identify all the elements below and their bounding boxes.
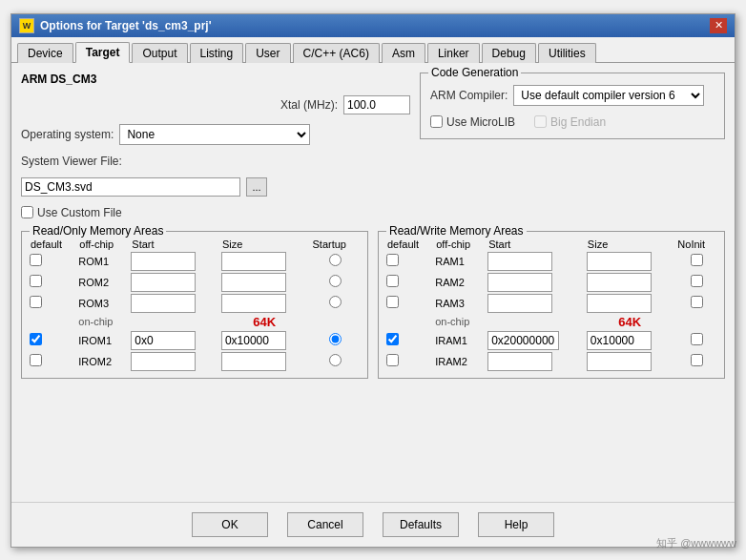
micro-row: Use MicroLIB Big Endian bbox=[430, 115, 715, 129]
rom1-label: ROM1 bbox=[78, 256, 109, 267]
rom1-start[interactable] bbox=[131, 252, 196, 271]
ram2-start[interactable] bbox=[487, 273, 552, 292]
ram2-size[interactable] bbox=[587, 273, 652, 292]
xtal-input[interactable] bbox=[343, 95, 410, 114]
rom3-startup-radio[interactable] bbox=[329, 296, 342, 308]
ram1-noinit-cb[interactable] bbox=[691, 254, 703, 266]
ram1-label: RAM1 bbox=[435, 256, 465, 267]
col-default-rw: default bbox=[384, 238, 433, 251]
rom2-start[interactable] bbox=[131, 273, 196, 292]
tab-target[interactable]: Target bbox=[75, 42, 131, 63]
tab-output[interactable]: Output bbox=[132, 43, 187, 63]
iram2-default-cb[interactable] bbox=[386, 354, 399, 366]
ram1-size[interactable] bbox=[587, 252, 652, 271]
table-row: IROM2 bbox=[28, 351, 362, 372]
rom3-size[interactable] bbox=[221, 294, 286, 313]
browse-button[interactable]: ... bbox=[246, 177, 267, 197]
ram3-start[interactable] bbox=[487, 294, 552, 313]
col-start-rw: Start bbox=[486, 238, 585, 251]
readwrite-title: Read/Write Memory Areas bbox=[386, 224, 527, 238]
ram3-default-cb[interactable] bbox=[386, 296, 399, 308]
irom1-default-cb[interactable] bbox=[30, 333, 42, 345]
readwrite-memory-group: Read/Write Memory Areas default off-chip… bbox=[378, 231, 725, 379]
rom2-label: ROM2 bbox=[78, 277, 109, 288]
arm-compiler-row: ARM Compiler: Use default compiler versi… bbox=[430, 85, 715, 106]
iram1-label: IRAM1 bbox=[435, 335, 467, 346]
svd-label-row: System Viewer File: bbox=[21, 155, 410, 168]
compiler-select[interactable]: Use default compiler version 6 Use defau… bbox=[513, 85, 704, 106]
rom3-default-cb[interactable] bbox=[30, 296, 42, 308]
iram2-noinit-cb[interactable] bbox=[691, 354, 703, 366]
table-row: ROM1 bbox=[28, 251, 362, 272]
rom2-startup-radio[interactable] bbox=[329, 275, 342, 287]
right-panel: Code Generation ARM Compiler: Use defaul… bbox=[420, 73, 725, 219]
rom1-default-cb[interactable] bbox=[30, 254, 42, 266]
rom3-start[interactable] bbox=[131, 294, 196, 313]
rom1-startup-radio[interactable] bbox=[329, 254, 342, 266]
os-select[interactable]: None bbox=[119, 124, 310, 145]
iram1-default-cb[interactable] bbox=[386, 333, 399, 345]
bigendian-checkbox[interactable] bbox=[534, 115, 547, 128]
readwrite-table: default off-chip Start Size NoInit RAM1 bbox=[384, 238, 718, 372]
title-bar-left: W Options for Target 'ds_cm3_prj' bbox=[19, 18, 212, 33]
col-size-ro: Size bbox=[219, 238, 310, 251]
tab-linker[interactable]: Linker bbox=[427, 43, 480, 63]
tab-debug[interactable]: Debug bbox=[482, 43, 536, 63]
custom-file-row: Use Custom File bbox=[21, 206, 410, 219]
table-row: IRAM2 bbox=[384, 351, 718, 372]
ram3-size[interactable] bbox=[587, 294, 652, 313]
irom1-size[interactable] bbox=[221, 331, 286, 350]
irom2-default-cb[interactable] bbox=[30, 354, 42, 366]
help-button[interactable]: Help bbox=[478, 512, 554, 537]
svd-input-row: ... bbox=[21, 177, 410, 197]
custom-file-label: Use Custom File bbox=[37, 206, 122, 219]
code-gen-group: Code Generation ARM Compiler: Use defaul… bbox=[420, 73, 725, 139]
close-button[interactable]: ✕ bbox=[710, 18, 727, 33]
code-gen-title: Code Generation bbox=[428, 66, 521, 79]
irom2-label: IROM2 bbox=[78, 356, 112, 367]
custom-file-checkbox[interactable] bbox=[21, 206, 33, 218]
tab-listing[interactable]: Listing bbox=[190, 43, 244, 63]
tab-cpp[interactable]: C/C++ (AC6) bbox=[293, 43, 380, 63]
defaults-button[interactable]: Defaults bbox=[383, 512, 459, 537]
tab-device[interactable]: Device bbox=[17, 43, 73, 63]
title-bar: W Options for Target 'ds_cm3_prj' ✕ bbox=[11, 14, 735, 37]
tab-bar: Device Target Output Listing User C/C++ … bbox=[11, 37, 735, 63]
irom1-start[interactable] bbox=[131, 331, 196, 350]
svd-input[interactable] bbox=[21, 177, 240, 197]
watermark: 知乎 @wwwwww bbox=[656, 536, 736, 550]
ram2-default-cb[interactable] bbox=[386, 275, 399, 287]
os-label: Operating system: bbox=[21, 128, 114, 141]
rom2-size[interactable] bbox=[221, 273, 286, 292]
cancel-button[interactable]: Cancel bbox=[287, 512, 363, 537]
onchip-header-row-rw: on-chip 64K bbox=[384, 314, 718, 330]
iram1-start[interactable] bbox=[487, 331, 559, 350]
rom2-default-cb[interactable] bbox=[30, 275, 42, 287]
irom1-startup-radio[interactable] bbox=[329, 333, 342, 345]
os-row: Operating system: None bbox=[21, 124, 410, 145]
tab-asm[interactable]: Asm bbox=[382, 43, 425, 63]
onchip-label-rw: on-chip bbox=[433, 314, 486, 330]
ram1-start[interactable] bbox=[487, 252, 552, 271]
iram2-start[interactable] bbox=[487, 352, 552, 371]
tab-utilities[interactable]: Utilities bbox=[538, 43, 596, 63]
ram2-noinit-cb[interactable] bbox=[691, 275, 703, 287]
iram1-size[interactable] bbox=[587, 331, 652, 350]
options-dialog: W Options for Target 'ds_cm3_prj' ✕ Devi… bbox=[10, 13, 736, 548]
ok-button[interactable]: OK bbox=[192, 512, 268, 537]
microlib-checkbox[interactable] bbox=[430, 115, 443, 128]
app-icon: W bbox=[19, 18, 34, 33]
readonly-memory-group: Read/Only Memory Areas default off-chip … bbox=[21, 231, 368, 379]
table-row: RAM1 bbox=[384, 251, 718, 272]
tab-user[interactable]: User bbox=[245, 43, 290, 63]
irom2-startup-radio[interactable] bbox=[329, 354, 342, 366]
iram1-noinit-cb[interactable] bbox=[691, 333, 703, 345]
iram2-size[interactable] bbox=[587, 352, 652, 371]
irom2-size[interactable] bbox=[221, 352, 286, 371]
table-row: ROM2 bbox=[28, 272, 362, 293]
irom2-start[interactable] bbox=[131, 352, 196, 371]
rom1-size[interactable] bbox=[221, 252, 286, 271]
rom3-label: ROM3 bbox=[78, 298, 109, 309]
ram1-default-cb[interactable] bbox=[386, 254, 399, 266]
ram3-noinit-cb[interactable] bbox=[691, 296, 703, 308]
